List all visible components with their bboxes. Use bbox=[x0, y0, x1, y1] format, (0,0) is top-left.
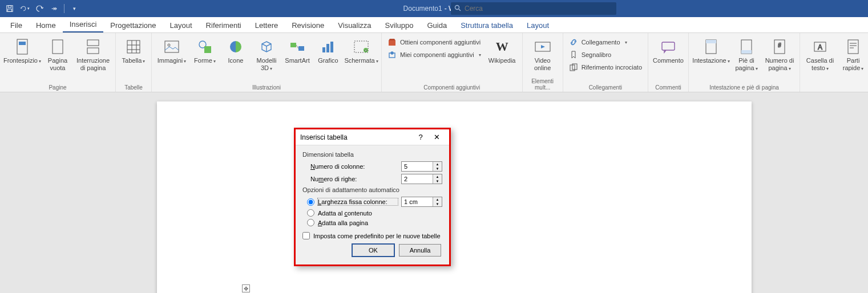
label-adatta-pagina[interactable]: Adatta alla pagina bbox=[318, 219, 368, 226]
forward-icon[interactable]: ↠ bbox=[49, 3, 59, 14]
help-button[interactable]: ? bbox=[413, 133, 429, 141]
input-righe[interactable] bbox=[402, 174, 433, 184]
comment-icon bbox=[659, 38, 677, 56]
group-commenti: Commento Commenti bbox=[648, 33, 689, 92]
3d-models-icon bbox=[257, 38, 276, 56]
frontespizio-button[interactable]: Frontespizio bbox=[3, 36, 41, 73]
video-icon bbox=[534, 38, 552, 56]
wikipedia-button[interactable]: WWikipedia bbox=[486, 36, 519, 73]
svg-rect-20 bbox=[298, 46, 304, 51]
schermata-button[interactable]: +Schermata bbox=[345, 36, 378, 73]
radio-adatta-contenuto[interactable] bbox=[307, 209, 314, 217]
svg-rect-1 bbox=[8, 6, 11, 8]
group-label-mult: Elementi mult... bbox=[526, 77, 559, 92]
spinner-buttons[interactable]: ▲▼ bbox=[433, 174, 442, 184]
tab-home[interactable]: Home bbox=[29, 19, 63, 32]
radio-adatta-pagina[interactable] bbox=[307, 219, 314, 226]
group-elementi-multimediali: Video online Elementi mult... bbox=[523, 33, 563, 92]
commento-button[interactable]: Commento bbox=[652, 36, 685, 73]
undo-icon[interactable]: ▾ bbox=[19, 3, 30, 14]
label-adatta-contenuto[interactable]: Adatta al contenuto bbox=[318, 210, 372, 217]
tab-guida[interactable]: Guida bbox=[420, 19, 454, 32]
header-icon bbox=[702, 38, 720, 56]
tab-visualizza[interactable]: Visualizza bbox=[331, 19, 378, 32]
spin-up-icon[interactable]: ▲ bbox=[433, 197, 442, 202]
input-colonne[interactable] bbox=[402, 162, 433, 171]
annulla-button[interactable]: Annulla bbox=[399, 244, 441, 257]
collegamento-button[interactable]: Collegamento bbox=[567, 36, 644, 48]
spinner-righe[interactable]: ▲▼ bbox=[401, 174, 442, 184]
ribbon: Frontespizio Pagina vuota Interruzione d… bbox=[0, 33, 868, 92]
row-adatta-contenuto: Adatta al contenuto bbox=[307, 209, 442, 217]
modelli-3d-button[interactable]: Modelli 3D bbox=[252, 36, 281, 73]
tab-struttura-tabella[interactable]: Struttura tabella bbox=[454, 19, 520, 32]
tab-layout-tabella[interactable]: Layout bbox=[520, 19, 556, 32]
tab-layout[interactable]: Layout bbox=[163, 19, 199, 32]
interruzione-pagina-button[interactable]: Interruzione di pagina bbox=[74, 36, 112, 73]
spinner-buttons[interactable]: ▲▼ bbox=[433, 197, 442, 206]
dialog-body: Dimensioni tabella Numero di colonne: ▲▼… bbox=[296, 145, 449, 264]
label-predefinito[interactable]: Imposta come predefinito per le nuove ta… bbox=[313, 233, 441, 239]
tab-riferimenti[interactable]: Riferimenti bbox=[199, 19, 248, 32]
svg-rect-2 bbox=[8, 9, 12, 11]
parti-rapide-button[interactable]: Parti rapide bbox=[839, 36, 867, 73]
label-larghezza-fissa[interactable]: Larghezza fissa colonne: bbox=[318, 198, 398, 205]
ok-button[interactable]: OK bbox=[352, 244, 394, 257]
dialog-titlebar[interactable]: Inserisci tabella ? ✕ bbox=[296, 129, 449, 145]
immagini-button[interactable]: Immagini bbox=[155, 36, 188, 73]
group-tabelle: Tabella Tabelle bbox=[116, 33, 152, 92]
titlebar: ▾ ↠ ▾ Documento1 - Word bbox=[0, 0, 868, 17]
forme-button[interactable]: Forme bbox=[191, 36, 219, 73]
search-box[interactable] bbox=[451, 2, 616, 15]
video-online-button[interactable]: Video online bbox=[526, 36, 559, 73]
ottieni-componenti-button[interactable]: Ottieni componenti aggiuntivi bbox=[385, 36, 483, 48]
tabella-button[interactable]: Tabella bbox=[119, 36, 148, 73]
casella-testo-button[interactable]: ACasella di testo bbox=[804, 36, 837, 73]
checkbox-predefinito[interactable] bbox=[302, 232, 310, 239]
radio-larghezza-fissa[interactable] bbox=[307, 198, 314, 206]
save-icon[interactable] bbox=[5, 3, 15, 14]
icone-button[interactable]: Icone bbox=[221, 36, 250, 73]
segnalibro-button[interactable]: Segnalibro bbox=[567, 49, 644, 60]
intestazione-button[interactable]: Intestazione bbox=[692, 36, 730, 73]
page bbox=[157, 101, 752, 293]
pie-di-pagina-button[interactable]: Piè di pagina bbox=[732, 36, 761, 73]
svg-rect-8 bbox=[87, 40, 99, 46]
spinner-larghezza[interactable]: ▲▼ bbox=[401, 197, 442, 207]
spin-down-icon[interactable]: ▼ bbox=[433, 179, 442, 184]
riferimento-incrociato-button[interactable]: Riferimento incrociato bbox=[567, 62, 644, 73]
search-input[interactable] bbox=[465, 5, 613, 13]
spin-down-icon[interactable]: ▼ bbox=[433, 202, 442, 206]
smartart-button[interactable]: SmartArt bbox=[283, 36, 312, 73]
spin-up-icon[interactable]: ▲ bbox=[433, 162, 442, 166]
tab-file[interactable]: File bbox=[3, 19, 29, 32]
numero-pagina-button[interactable]: #Numero di pagina bbox=[763, 36, 796, 73]
grafico-button[interactable]: Grafico bbox=[314, 36, 342, 73]
spin-up-icon[interactable]: ▲ bbox=[433, 174, 442, 179]
spinner-buttons[interactable]: ▲▼ bbox=[433, 162, 442, 171]
spinner-colonne[interactable]: ▲▼ bbox=[401, 161, 442, 172]
search-icon bbox=[454, 5, 461, 13]
chart-icon bbox=[319, 38, 337, 56]
table-move-handle[interactable]: ✥ bbox=[242, 284, 250, 292]
shapes-icon bbox=[196, 38, 214, 56]
tab-progettazione[interactable]: Progettazione bbox=[103, 19, 163, 32]
qat-customize-icon[interactable]: ▾ bbox=[69, 3, 79, 14]
tab-inserisci[interactable]: Inserisci bbox=[63, 18, 104, 32]
qat-separator bbox=[64, 4, 64, 13]
group-label-testo bbox=[804, 83, 867, 92]
tab-lettere[interactable]: Lettere bbox=[248, 19, 285, 32]
svg-text:+: + bbox=[365, 48, 368, 53]
tab-revisione[interactable]: Revisione bbox=[285, 19, 331, 32]
tab-sviluppo[interactable]: Sviluppo bbox=[378, 19, 421, 32]
close-button[interactable]: ✕ bbox=[429, 133, 445, 141]
smartart-icon bbox=[288, 38, 306, 56]
svg-rect-42 bbox=[848, 40, 858, 54]
pagina-vuota-button[interactable]: Pagina vuota bbox=[43, 36, 72, 73]
redo-icon[interactable] bbox=[34, 3, 45, 14]
miei-componenti-button[interactable]: Miei componenti aggiuntivi bbox=[385, 49, 483, 60]
row-adatta-pagina: Adatta alla pagina bbox=[307, 219, 442, 226]
spin-down-icon[interactable]: ▼ bbox=[433, 166, 442, 171]
group-label-intestazione: Intestazione e piè di pagina bbox=[692, 83, 796, 92]
input-larghezza[interactable] bbox=[402, 197, 433, 206]
